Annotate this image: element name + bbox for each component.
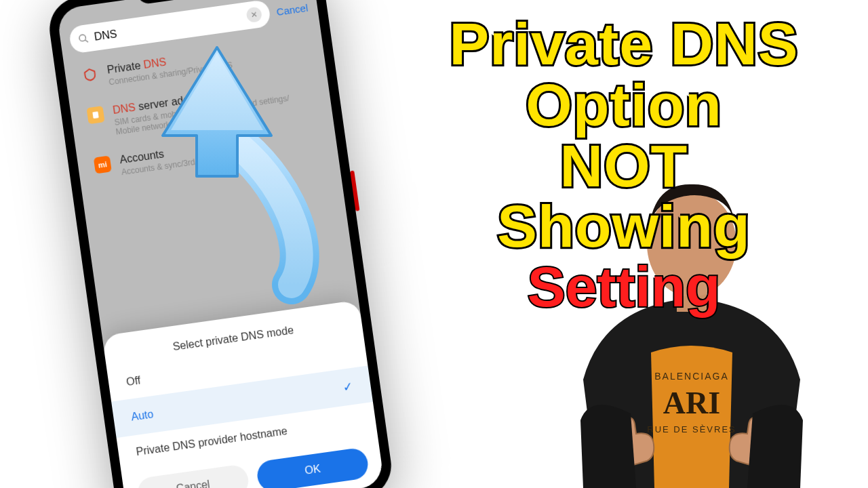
svg-text:BALENCIAGA: BALENCIAGA	[654, 371, 728, 382]
search-icon	[77, 33, 90, 45]
headline-line-3: NOT	[407, 136, 841, 197]
headline-line-5: Setting	[407, 257, 841, 317]
headline-line-1: Private DNS	[407, 14, 841, 75]
phone-screen: 66 ✕ Cancel Priv	[56, 0, 384, 488]
thumbnail-headline: Private DNS Option NOT Showing Setting	[407, 14, 841, 317]
phone-mockup: 66 ✕ Cancel Priv	[45, 0, 395, 488]
sim-icon	[86, 106, 104, 124]
svg-rect-0	[92, 112, 98, 119]
check-icon: ✓	[342, 379, 354, 395]
headline-line-2: Option	[407, 75, 841, 136]
clear-search-button[interactable]: ✕	[246, 6, 263, 23]
headline-line-4: Showing	[407, 196, 841, 257]
mi-icon: mi	[94, 155, 112, 174]
svg-text:RUE DE SÈVRES: RUE DE SÈVRES	[647, 424, 736, 434]
phone-power-button	[350, 170, 359, 211]
svg-text:ARI: ARI	[663, 386, 720, 420]
sheet-cancel-button[interactable]: Cancel	[136, 464, 250, 488]
phone-body: 66 ✕ Cancel Priv	[45, 0, 395, 488]
search-cancel[interactable]: Cancel	[276, 1, 309, 17]
share-icon	[81, 66, 99, 84]
sheet-ok-button[interactable]: OK	[256, 447, 370, 488]
